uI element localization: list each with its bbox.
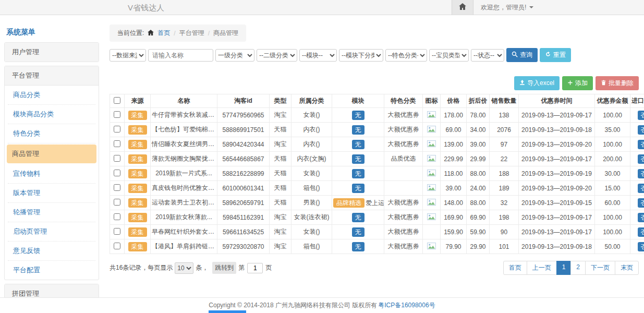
reset-button[interactable]: 重置: [540, 48, 571, 62]
imported-toggle[interactable]: 否: [638, 227, 644, 237]
cell-imported: 否: [630, 166, 644, 181]
jump-page-input[interactable]: [247, 263, 263, 273]
module-badge[interactable]: 无: [352, 169, 364, 178]
module-badge[interactable]: 无: [352, 154, 364, 164]
table-row: 采集情侣睡衣女夏丝绸男士...589042420344淘宝内衣()无大额优惠券1…: [110, 137, 644, 152]
name-search-input[interactable]: [148, 49, 213, 62]
imported-toggle[interactable]: 否: [638, 154, 644, 164]
imported-toggle[interactable]: 否: [638, 111, 644, 120]
row-checkbox[interactable]: [114, 170, 120, 176]
module-badge[interactable]: 无: [352, 213, 364, 222]
batch-delete-button[interactable]: 批量删除: [596, 76, 639, 90]
product-image-icon: [427, 213, 436, 222]
row-checkbox[interactable]: [114, 213, 120, 220]
sidebar-group-2[interactable]: 拼团管理: [5, 284, 99, 297]
sidebar-item-1-6[interactable]: 轮播管理: [8, 203, 95, 222]
row-checkbox[interactable]: [114, 243, 120, 249]
cell-price: 139.00: [441, 137, 467, 152]
imported-toggle[interactable]: 否: [638, 213, 644, 222]
row-checkbox[interactable]: [114, 184, 120, 191]
sidebar: 系统菜单 用户管理平台管理商品分类模块商品分类特色分类商品管理宣传物料版本管理轮…: [4, 15, 99, 297]
filter-select-2[interactable]: --二级分类--: [257, 49, 297, 62]
user-menu[interactable]: 欢迎您，管理员!: [473, 3, 541, 12]
cell-type: 淘宝: [270, 239, 291, 254]
sidebar-item-1-2[interactable]: 特色分类: [8, 124, 95, 143]
select-all-checkbox[interactable]: [114, 97, 120, 104]
pager-last[interactable]: 末页: [615, 261, 639, 275]
imported-toggle[interactable]: 否: [638, 140, 644, 149]
icp-link[interactable]: 粤ICP备16098006号: [378, 301, 435, 310]
copyright-text: Copyright © 2014-2018 广州九驰网络科技有限公司 版权所有: [209, 301, 377, 310]
cell-checkbox: [110, 210, 125, 225]
footer: Copyright © 2014-2018 广州九驰网络科技有限公司 版权所有 …: [0, 297, 644, 313]
module-badge[interactable]: 品牌精选: [333, 198, 364, 208]
cell-coupon-time: 2019-09-13—2019-09-18: [519, 123, 595, 137]
table-row: 采集早春网红针织外套女春...596611634525淘宝女装()无大额优惠券1…: [110, 225, 644, 239]
filter-select-6[interactable]: --宝贝类型--: [429, 49, 469, 62]
cell-name: 情侣睡衣女夏丝绸男士...: [151, 137, 217, 152]
imported-toggle[interactable]: 否: [638, 169, 644, 178]
breadcrumb-home-link[interactable]: 首页: [157, 29, 170, 38]
cell-icon: [423, 137, 441, 152]
sidebar-item-1-0[interactable]: 商品分类: [8, 86, 95, 105]
module-badge[interactable]: 无: [352, 227, 364, 237]
row-checkbox[interactable]: [114, 111, 120, 118]
imported-toggle[interactable]: 否: [638, 184, 644, 193]
sidebar-group-1[interactable]: 平台管理: [5, 66, 99, 86]
filter-select-5[interactable]: --特色分类--: [385, 49, 427, 62]
imported-toggle[interactable]: 否: [638, 242, 644, 251]
sidebar-item-1-9[interactable]: 平台配置: [8, 261, 95, 280]
cell-price: 69.00: [441, 123, 467, 137]
filter-select-3[interactable]: --模块--: [299, 49, 337, 62]
cell-sales: 189: [490, 181, 519, 196]
imported-toggle[interactable]: 否: [638, 125, 644, 135]
table-row: 采集薄款无钢圈文胸聚拢性...565446685867天猫内衣(文胸)无品质优选…: [110, 152, 644, 166]
per-page-select[interactable]: 10: [175, 262, 193, 274]
pager-page-2[interactable]: 2: [570, 261, 586, 275]
module-badge[interactable]: 无: [352, 184, 364, 193]
row-checkbox[interactable]: [114, 126, 120, 133]
cell-imported: 否: [630, 239, 644, 254]
filter-select-7[interactable]: --状态--: [471, 49, 504, 62]
pager-prev[interactable]: 上一页: [527, 261, 557, 275]
cell-type: 淘宝: [270, 108, 291, 123]
cell-taoke-id: 589042420344: [217, 137, 270, 152]
cell-imported: 否: [630, 196, 644, 210]
row-checkbox[interactable]: [114, 155, 120, 162]
module-badge[interactable]: 无: [352, 125, 364, 135]
source-badge: 采集: [128, 111, 147, 120]
column-header: 图标: [423, 94, 441, 108]
filter-select-0[interactable]: --数据来源--: [110, 49, 146, 62]
row-checkbox[interactable]: [114, 228, 120, 235]
imported-toggle[interactable]: 否: [638, 198, 644, 208]
sidebar-item-1-5[interactable]: 版本管理: [8, 184, 95, 203]
sidebar-group-0[interactable]: 用户管理: [5, 43, 99, 62]
breadcrumb-separator: /: [174, 30, 175, 37]
sidebar-item-1-4[interactable]: 宣传物料: [8, 164, 95, 184]
upload-icon: [519, 80, 525, 87]
sidebar-item-1-1[interactable]: 模块商品分类: [8, 105, 95, 124]
module-badge[interactable]: 无: [352, 242, 364, 251]
filter-selects-slot: 一级分类--二级分类----模块----模块下分类----特色分类----宝贝类…: [215, 49, 504, 62]
import-excel-button[interactable]: 导入excel: [514, 76, 560, 90]
row-checkbox[interactable]: [114, 140, 120, 147]
filter-select-1[interactable]: 一级分类: [215, 49, 254, 62]
row-checkbox[interactable]: [114, 199, 120, 206]
add-button[interactable]: 添加: [562, 76, 593, 90]
pager-next[interactable]: 下一页: [585, 261, 615, 275]
pager-page-1[interactable]: 1: [556, 261, 572, 275]
cell-icon: [423, 225, 441, 239]
module-badge[interactable]: 无: [352, 140, 364, 149]
filter-select-4[interactable]: --模块下分类--: [339, 49, 383, 62]
home-button[interactable]: [452, 0, 473, 15]
column-header: 来源: [125, 94, 151, 108]
product-image-icon: [427, 199, 436, 207]
sidebar-item-1-7[interactable]: 启动页管理: [8, 222, 95, 242]
cell-feature: 大额优惠券: [384, 225, 423, 239]
module-badge[interactable]: 无: [352, 111, 364, 120]
search-button[interactable]: 查询: [506, 48, 538, 62]
sidebar-item-1-8[interactable]: 意见反馈: [8, 242, 95, 261]
sidebar-item-active[interactable]: 商品管理: [7, 145, 96, 163]
pager-first[interactable]: 首页: [503, 261, 527, 275]
cell-imported: 否: [630, 108, 644, 123]
